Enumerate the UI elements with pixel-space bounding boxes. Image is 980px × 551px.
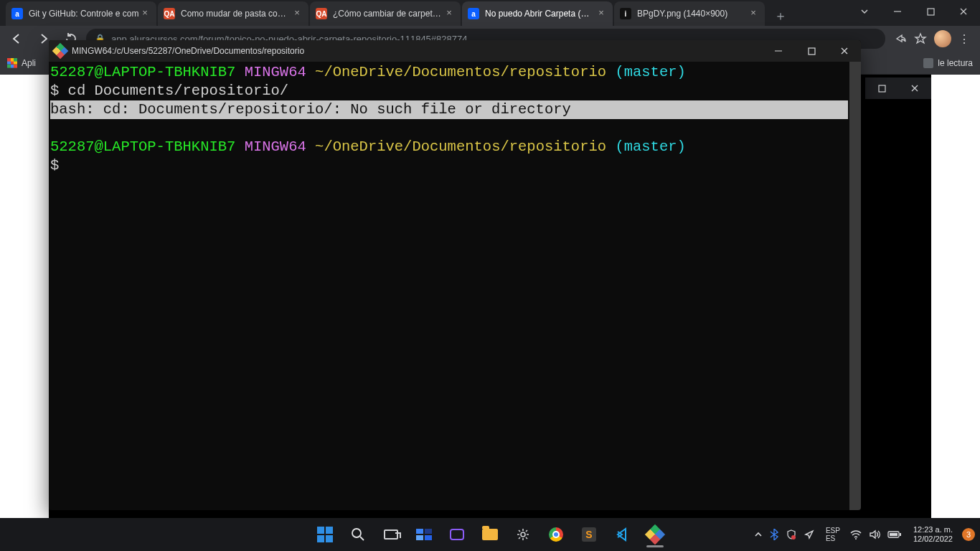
overlay-close-icon[interactable] [898, 77, 931, 99]
bookmark-star-icon[interactable] [914, 32, 927, 45]
prompt-branch: (master) [615, 64, 685, 80]
chat-button[interactable] [443, 520, 471, 549]
menu-kebab-icon[interactable]: ⋮ [958, 32, 970, 46]
bluetooth-icon[interactable] [770, 529, 778, 540]
close-icon[interactable]: × [595, 8, 607, 19]
apps-shortcut[interactable]: Apli [7, 58, 36, 68]
tab-image-bpgdy[interactable]: i BPgDY.png (1440×900) × [614, 1, 765, 26]
task-view-button[interactable] [377, 520, 405, 549]
prompt-path: ~/OneDrive/Documentos/repositorio [315, 64, 606, 80]
gear-icon [516, 527, 530, 542]
windows-logo-icon [317, 527, 333, 542]
security-icon[interactable] [786, 529, 797, 540]
svg-rect-4 [809, 48, 815, 55]
minimize-icon[interactable] [881, 0, 914, 23]
close-icon[interactable] [828, 40, 861, 62]
tab-title: BPgDY.png (1440×900) [637, 9, 748, 19]
favicon-image-icon: i [620, 8, 631, 19]
favicon-alura-icon: a [11, 8, 23, 19]
reading-list-label: le lectura [938, 58, 973, 68]
prompt-env: MINGW64 [245, 138, 306, 155]
reading-list-button[interactable]: le lectura [923, 58, 973, 68]
minimize-icon[interactable] [762, 40, 795, 62]
chrome-caret-down-icon[interactable] [848, 0, 881, 23]
maximize-icon[interactable] [795, 40, 828, 62]
profile-avatar[interactable] [934, 30, 951, 47]
command-line: $ cd Documents/repositorio/ [49, 82, 861, 100]
tab-como-mudar[interactable]: QA Como mudar de pasta com c × [158, 1, 308, 26]
chat-icon [450, 529, 464, 540]
close-icon[interactable]: × [443, 8, 455, 19]
tab-no-puedo-abrir[interactable]: a No puedo Abrir Carpeta (REF × [462, 1, 613, 26]
search-icon [351, 527, 365, 542]
new-tab-button[interactable]: ＋ [771, 6, 791, 26]
prompt-branch: (master) [615, 138, 685, 155]
clock[interactable]: 12:23 a. m. 12/02/2022 [908, 525, 958, 544]
gitbash-window: MINGW64:/c/Users/52287/OneDrive/Document… [49, 40, 861, 510]
vscode-taskbar-button[interactable] [608, 520, 636, 549]
tab-title: Como mudar de pasta com c [181, 9, 291, 19]
tab-git-github[interactable]: a Git y GitHub: Controle e com × [6, 1, 156, 26]
apps-label: Apli [22, 58, 36, 68]
close-icon[interactable]: × [748, 8, 759, 19]
battery-icon [887, 530, 902, 539]
clock-date: 12/02/2022 [913, 534, 953, 544]
svg-rect-1 [928, 9, 934, 15]
task-view-icon [384, 529, 398, 540]
network-volume-battery[interactable] [844, 529, 908, 540]
start-button[interactable] [311, 520, 339, 549]
svg-rect-2 [879, 85, 885, 92]
svg-rect-11 [900, 533, 901, 536]
taskbar: S ESP ES [0, 518, 980, 551]
close-icon[interactable]: × [291, 8, 303, 19]
maximize-icon[interactable] [914, 0, 947, 23]
prompt-symbol: $ [50, 157, 59, 174]
volume-icon [869, 529, 880, 540]
gitbash-taskbar-button[interactable] [641, 520, 669, 549]
overlay-maximize-icon[interactable] [865, 77, 898, 99]
system-tray[interactable] [747, 529, 821, 540]
file-explorer-button[interactable] [476, 520, 504, 549]
svg-point-5 [352, 529, 361, 537]
prompt-ready-line: $ [49, 156, 861, 175]
scrollbar-thumb[interactable] [849, 62, 861, 510]
widgets-icon [416, 529, 432, 540]
tab-como-cambiar[interactable]: QA ¿Cómo cambiar de carpeta c × [310, 1, 461, 26]
svg-point-9 [855, 538, 857, 540]
search-button[interactable] [344, 520, 372, 549]
terminal-body[interactable]: 52287@LAPTOP-TBHKNIB7 MINGW64 ~/OneDrive… [49, 62, 861, 510]
tab-title: Git y GitHub: Controle e com [29, 9, 139, 19]
sublime-icon: S [582, 527, 596, 542]
close-icon[interactable]: × [139, 8, 151, 19]
sublime-taskbar-button[interactable]: S [575, 520, 603, 549]
lang-bottom: ES [826, 534, 840, 542]
wifi-icon [850, 529, 862, 540]
widgets-button[interactable] [410, 520, 438, 549]
notifications-button[interactable]: 3 [958, 518, 979, 551]
prompt-symbol: $ [50, 83, 68, 99]
gitbash-titlebar[interactable]: MINGW64:/c/Users/52287/OneDrive/Document… [49, 40, 861, 62]
language-indicator[interactable]: ESP ES [821, 527, 844, 542]
svg-rect-12 [890, 533, 897, 536]
typed-command: cd Documents/repositorio/ [68, 83, 289, 99]
terminal-scrollbar[interactable] [849, 62, 861, 510]
tray-chevron-up-icon[interactable] [754, 530, 763, 539]
chrome-window-controls [848, 0, 980, 26]
prompt-path: ~/OneDrive/Documentos/repositorio [315, 138, 606, 155]
error-text: bash: cd: Documents/repositorio/: No suc… [50, 100, 848, 119]
favicon-qa-icon: QA [316, 8, 327, 19]
chrome-taskbar-button[interactable] [542, 520, 570, 549]
chrome-icon [549, 527, 563, 542]
settings-button[interactable] [509, 520, 537, 549]
tab-title: No puedo Abrir Carpeta (REF [485, 9, 595, 19]
close-icon[interactable] [947, 0, 980, 23]
error-line: bash: cd: Documents/repositorio/: No suc… [49, 100, 861, 119]
prompt-line: 52287@LAPTOP-TBHKNIB7 MINGW64 ~/OneDrive… [49, 138, 861, 156]
back-button[interactable] [4, 28, 29, 50]
location-icon[interactable] [804, 529, 814, 540]
prompt-env: MINGW64 [245, 64, 306, 80]
favicon-qa-icon: QA [164, 8, 175, 19]
folder-icon [482, 529, 498, 540]
vscode-icon [615, 527, 629, 542]
share-icon[interactable] [894, 32, 907, 45]
